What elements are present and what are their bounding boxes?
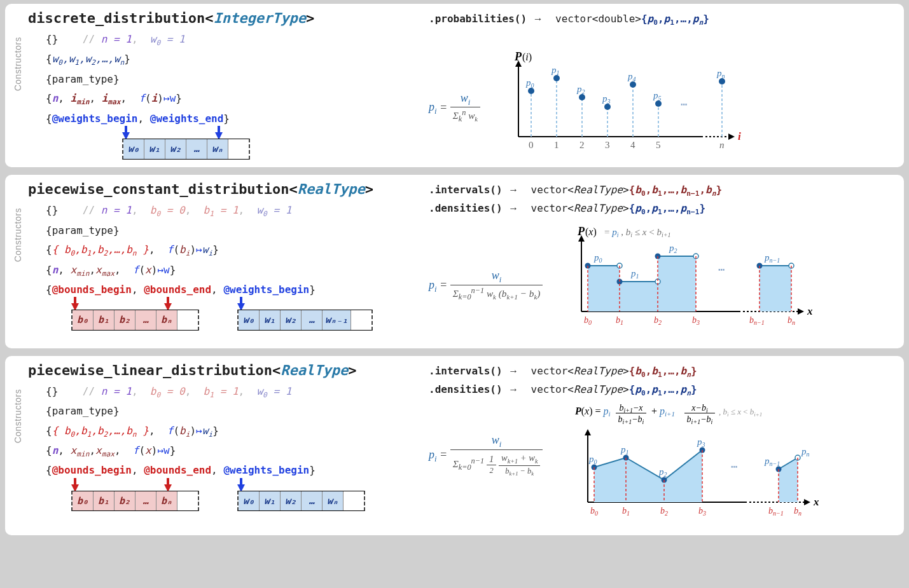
weights-array: w₀w₁w₂…wₙ: [237, 491, 365, 512]
method-densities: .densities() → vector<RealType>{p0,p1,…,…: [429, 381, 894, 399]
svg-text:b0: b0: [590, 506, 598, 517]
method-intervals: .intervals() → vector<RealType>{b0,b1,…,…: [429, 181, 894, 200]
array-cell: b₂: [114, 491, 135, 511]
array-cell: wₙ: [207, 139, 228, 159]
arrow-down-icon: [122, 126, 130, 139]
arrow-icon: →: [508, 184, 518, 195]
arrow-icon: →: [508, 366, 518, 376]
ctor-param: {param_type}: [46, 70, 410, 89]
svg-text:p0: p0: [593, 252, 602, 264]
formula-chart-row: pi = wiΣkn wk P(i) i: [429, 54, 894, 162]
arrow-down-icon: [164, 297, 172, 310]
array-diagram: b₀b₁b₂…bₙ w₀w₁w₂…wₙ₋₁: [71, 297, 410, 331]
array-cell: w₀: [239, 310, 260, 330]
array-cell: b₁: [94, 491, 114, 511]
ctor-weights-list: {w0,w1,w2,…,wn}: [46, 50, 410, 69]
svg-rect-49: [760, 266, 791, 311]
title-template-param: RealType: [281, 362, 348, 378]
svg-text:b3: b3: [698, 506, 706, 517]
formula-pi: pi = wiΣk=0n−1 12 wk+1 + wkbk+1 − bk: [429, 434, 550, 477]
formula-pi: pi = wiΣk=0n−1 wk (bk+1 − bk): [429, 269, 543, 303]
bounds-begin: @bounds_begin: [52, 464, 132, 476]
svg-text:p1: p1: [620, 444, 629, 456]
array-cell: w₁: [144, 139, 165, 159]
constructors-label: Constructors: [13, 37, 23, 91]
bounds-array: b₀b₁b₂…bₙ: [71, 310, 199, 331]
left-column: discrete_distribution<IntegerType> {} //…: [28, 10, 410, 162]
formula-pi: pi = wiΣkn wk: [429, 92, 480, 125]
array-cell: w₀: [123, 139, 144, 159]
array-cell-empty: [228, 139, 249, 159]
svg-text:bi+1−bi: bi+1−bi: [618, 414, 644, 425]
constructors-list: {} // n = 1, b0 = 0, b1 = 1, w0 = 1 {par…: [46, 382, 410, 512]
array-cell: …: [186, 139, 207, 159]
svg-text:, bi ≤ x < bi+1: , bi ≤ x < bi+1: [719, 407, 762, 418]
svg-text:+ pi+1: + pi+1: [651, 406, 675, 418]
array-cell-empty: [177, 491, 198, 511]
arrow-icon: →: [508, 384, 518, 395]
svg-text:p2: p2: [576, 84, 585, 95]
array-cell: w₁: [260, 491, 281, 511]
ctor-nxx: {n, xmin,xmax, f(x)↦w}: [46, 261, 410, 280]
svg-marker-44: [798, 308, 804, 315]
weights-begin: @weights_begin: [223, 464, 309, 476]
svg-text:bn: bn: [788, 315, 795, 326]
svg-text:(x): (x): [585, 226, 597, 238]
chart-linear: P(x) = pi bi+1−xbi+1−bi + pi+1 x−bibi+1−…: [569, 403, 861, 530]
ctor-empty: {} // n = 1, b0 = 0, b1 = 1, w0 = 1: [46, 201, 410, 221]
method-intervals: .intervals() → vector<RealType>{b0,b1,…,…: [429, 362, 894, 381]
chart-lollipop: P(i) i ⋯ p0p1p2p3p4p5: [499, 54, 741, 162]
right-column: .probabilities() → vector<double>{p0,p1,…: [410, 10, 894, 162]
svg-text:b0: b0: [584, 315, 592, 326]
array-cell: …: [302, 491, 323, 511]
svg-text:p0: p0: [525, 78, 534, 89]
arrow-down-icon: [237, 297, 245, 310]
svg-text:bi+1−bi: bi+1−bi: [687, 414, 713, 425]
method-name: .densities(): [429, 383, 503, 395]
svg-text:b1: b1: [622, 506, 630, 517]
arrow-down-icon: [215, 126, 223, 139]
weights-array: w₀w₁w₂…wₙ₋₁: [237, 310, 373, 331]
constructors-list: {} // n = 1, b0 = 0, b1 = 1, w0 = 1 {par…: [46, 201, 410, 331]
page: Constructors discrete_distribution<Integ…: [0, 0, 909, 588]
array-diagram: w₀ w₁ w₂ … wₙ: [122, 126, 410, 160]
left-column: piecewise_constant_distribution<RealType…: [28, 181, 410, 343]
svg-text:b3: b3: [692, 315, 700, 326]
svg-text:⋯: ⋯: [681, 99, 688, 111]
svg-text:bi+1−x: bi+1−x: [619, 403, 643, 414]
array-cell: b₂: [114, 310, 135, 330]
bounds-end: @bounds_end: [144, 284, 211, 296]
chart-step: P(x) = pi , bi ≤ x < bi+1 x: [562, 229, 829, 343]
method-name: .probabilities(): [429, 13, 527, 25]
card-title: piecewise_constant_distribution<RealType…: [28, 181, 410, 197]
ctor-empty: {} // n = 1, b0 = 0, b1 = 1, w0 = 1: [46, 382, 410, 402]
array-cell: …: [135, 310, 156, 330]
weights-begin: @weights_begin: [52, 113, 138, 125]
title-main: discrete_distribution: [28, 10, 205, 26]
array-cell: w₀: [239, 491, 260, 511]
svg-text:b2: b2: [660, 506, 668, 517]
svg-text:3: 3: [605, 140, 610, 150]
title-main: piecewise_constant_distribution: [28, 181, 289, 197]
weights-array: w₀ w₁ w₂ … wₙ: [122, 139, 250, 160]
svg-rect-47: [620, 282, 658, 311]
svg-text:p5: p5: [653, 90, 662, 102]
constructors-list: {} // n = 1, w0 = 1 {w0,w1,w2,…,wn} {par…: [46, 30, 410, 160]
bounds-begin: @bounds_begin: [52, 284, 132, 296]
card-title: piecewise_linear_distribution<RealType>: [28, 362, 410, 378]
svg-text:b1: b1: [616, 315, 623, 326]
right-column: .intervals() → vector<RealType>{b0,b1,…,…: [410, 181, 894, 343]
array-cell: w₂: [165, 139, 186, 159]
array-cell: b₀: [73, 491, 94, 511]
title-template-param: IntegerType: [213, 10, 306, 26]
svg-text:p3: p3: [602, 93, 611, 105]
title-main: piecewise_linear_distribution: [28, 362, 272, 378]
ctor-param: {param_type}: [46, 221, 410, 240]
ctor-func: {n, imin, imax, f(i)↦w}: [46, 89, 410, 109]
svg-text:b2: b2: [654, 315, 662, 326]
svg-marker-92: [804, 499, 810, 505]
array-cell: …: [302, 310, 323, 330]
array-diagram: b₀b₁b₂…bₙ w₀w₁w₂…wₙ: [71, 478, 410, 512]
svg-text:n: n: [719, 140, 725, 150]
svg-text:i: i: [738, 130, 741, 142]
